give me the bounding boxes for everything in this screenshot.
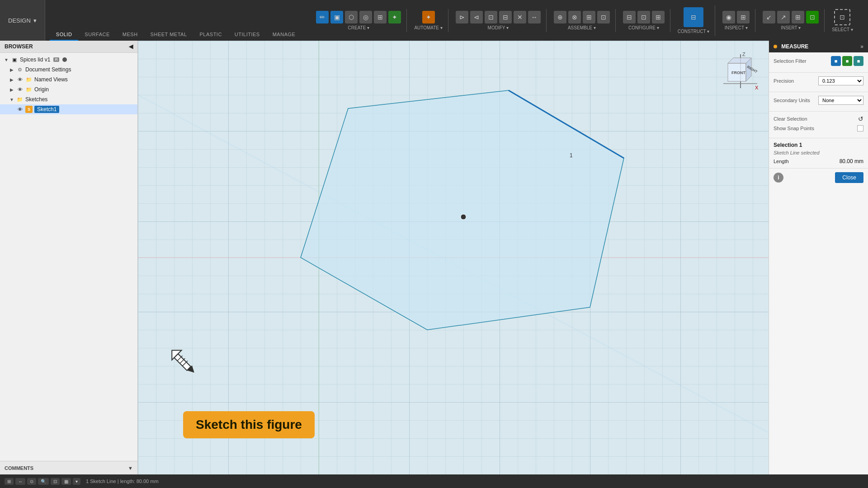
status-view-icon[interactable]: ⊡ [51,478,60,485]
configure-1[interactable]: ⊟ [623,11,636,23]
doc-settings-toggle[interactable]: ▶ [9,67,14,72]
modify-move-icon[interactable]: ↔ [528,11,541,23]
clear-selection-button[interactable]: ↺ [858,115,863,122]
insert-3[interactable]: ⊞ [792,11,804,23]
create-loft-icon[interactable]: ◎ [359,11,372,23]
select-label: SELECT ▾ [832,27,853,32]
main-canvas[interactable]: 1 Z X FRONT RIGHT [138,41,769,474]
design-button[interactable]: DESIGN ▾ [0,0,45,41]
tree-sketch1[interactable]: 👁 S Sketch1 [0,104,137,114]
status-orbit-icon[interactable]: ⊙ [27,478,36,485]
sidebar: BROWSER ◀ ▼ ▣ Spices lid v1 R ▶ ⚙ Docume… [0,41,138,474]
doc-settings-icon: ⚙ [16,66,24,73]
inspect-2[interactable]: ⊞ [737,11,750,23]
filter-btn-3[interactable]: ■ [854,56,863,66]
insert-label: INSERT ▾ [781,25,801,30]
tab-sheetmetal[interactable]: SHEET METAL [144,29,193,41]
status-display-icon[interactable]: ▦ [61,478,71,485]
assemble-1[interactable]: ⊕ [554,11,566,23]
root-tag-r: R [53,57,59,62]
named-views-toggle[interactable]: ▶ [9,77,14,82]
automate-icon[interactable]: ✦ [422,11,435,23]
status-zoom-icon[interactable]: 🔍 [38,478,49,485]
root-tag-dot [62,57,67,62]
status-extra-icon[interactable]: ▾ [73,478,80,485]
sketches-folder-icon: 📁 [16,96,24,103]
undo-icon: ↺ [858,115,863,122]
filter-btn-1[interactable]: ■ [831,56,841,66]
configure-group[interactable]: ⊟ ⊡ ⊞ CONFIGURE ▾ [618,9,670,32]
construct-icon[interactable]: ⊟ [684,7,703,27]
close-button[interactable]: Close [835,172,863,183]
tab-utilities[interactable]: UTILITIES [228,29,266,41]
tab-plastic[interactable]: PLASTIC [193,29,228,41]
root-toggle[interactable]: ▼ [4,57,9,62]
assemble-2[interactable]: ⊗ [568,11,581,23]
precision-label: Precision [774,78,794,84]
insert-1[interactable]: ↙ [763,11,775,23]
tab-surface[interactable]: SURFACE [78,29,116,41]
assemble-4[interactable]: ⊡ [597,11,610,23]
filter-btn-2[interactable]: ■ [842,56,852,66]
origin-folder-icon: 📁 [25,86,33,93]
snap-checkbox[interactable] [857,125,863,131]
tree-named-views[interactable]: ▶ 👁 📁 Named Views [0,75,137,84]
construct-group[interactable]: ⊟ CONSTRUCT ▾ [672,5,715,36]
comments-toggle[interactable]: ▼ [128,465,133,471]
configure-2[interactable]: ⊡ [637,11,650,23]
create-solid-icon[interactable]: ▣ [330,11,343,23]
create-extra-icon[interactable]: ✦ [388,11,401,23]
hex-polygon [301,90,624,330]
browser-label: BROWSER [5,43,33,50]
measure-panel-header: MEASURE » [769,41,868,52]
info-button[interactable]: i [774,173,783,183]
tree-root[interactable]: ▼ ▣ Spices lid v1 R [0,55,137,65]
browser-collapse-icon[interactable]: ◀ [129,43,133,50]
sketches-toggle[interactable]: ▼ [9,97,14,102]
modify-fillet-icon[interactable]: ⊡ [485,11,497,23]
tree-origin[interactable]: ▶ 👁 📁 Origin [0,84,137,94]
automate-group[interactable]: ✦ AUTOMATE ▾ [409,9,448,32]
create-label: CREATE ▾ [348,25,370,30]
inspect-1[interactable]: ◉ [722,11,735,23]
construct-label: CONSTRUCT ▾ [678,29,709,34]
inspect-group[interactable]: ◉ ⊞ INSPECT ▾ [717,9,755,32]
configure-3[interactable]: ⊞ [652,11,665,23]
selection-1-header: Selection 1 [774,142,863,148]
design-label: DESIGN [8,17,31,24]
assemble-3[interactable]: ⊞ [583,11,595,23]
modify-split-icon[interactable]: ✕ [514,11,526,23]
panel-bottom-row: i Close [769,169,868,187]
modify-group[interactable]: ⊳ ⊲ ⊡ ⊟ ✕ ↔ MODIFY ▾ [450,9,547,32]
select-icon[interactable]: ⊡ [834,9,850,25]
tree-doc-settings[interactable]: ▶ ⚙ Document Settings [0,65,137,75]
show-snap-row: Show Snap Points [774,125,863,131]
toolbar-tabs: SOLID SURFACE MESH SHEET METAL PLASTIC U… [45,0,307,41]
create-group[interactable]: ✏ ▣ ⬡ ◎ ⊞ ✦ CREATE ▾ [311,9,407,32]
secondary-units-section: Secondary Units None [769,92,868,112]
named-views-eye-icon: 👁 [16,76,24,83]
view-cube[interactable]: Z X FRONT RIGHT [719,50,762,93]
create-pattern-icon[interactable]: ⊞ [374,11,387,23]
insert-4[interactable]: ⊡ [806,11,819,23]
tab-solid[interactable]: SOLID [50,29,79,41]
status-move-icon[interactable]: ↔ [15,478,25,485]
modify-shell-icon[interactable]: ⊲ [470,11,483,23]
origin-toggle[interactable]: ▶ [9,87,14,92]
select-group[interactable]: ⊡ SELECT ▾ [826,7,859,34]
status-grid-icon[interactable]: ⊞ [5,478,14,485]
tab-mesh[interactable]: MESH [116,29,144,41]
precision-select[interactable]: 0.123 [818,76,863,85]
create-sketch-icon[interactable]: ✏ [316,11,329,23]
assemble-group[interactable]: ⊕ ⊗ ⊞ ⊡ ASSEMBLE ▾ [548,9,616,32]
create-revolve-icon[interactable]: ⬡ [345,11,358,23]
insert-2[interactable]: ↗ [777,11,790,23]
insert-group[interactable]: ↙ ↗ ⊞ ⊡ INSERT ▾ [757,9,825,32]
tree-sketches[interactable]: ▼ 📁 Sketches [0,94,137,104]
modify-chamfer-icon[interactable]: ⊟ [499,11,512,23]
sketch1-icon: S [25,106,33,113]
modify-push-icon[interactable]: ⊳ [456,11,468,23]
tab-manage[interactable]: MANAGE [266,29,302,41]
secondary-units-select[interactable]: None [818,96,863,105]
panel-expand-icon[interactable]: » [860,43,863,50]
